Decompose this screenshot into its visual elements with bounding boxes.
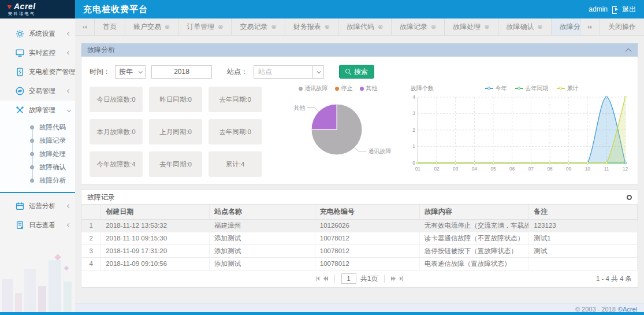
close-icon[interactable] bbox=[218, 24, 223, 30]
table-header-row: 创建日期 站点名称 充电枪编号 故障内容 备注 bbox=[81, 205, 638, 219]
column-header-station[interactable]: 站点名称 bbox=[209, 205, 315, 219]
pie-legend-item[interactable]: 其他 bbox=[360, 84, 378, 92]
chevron-left-icon bbox=[67, 204, 71, 208]
sidebar-item-label: 故障管理 bbox=[29, 106, 63, 114]
sidebar-item-fault-management[interactable]: 故障管理 bbox=[0, 101, 75, 120]
sidebar-item-pile-assets[interactable]: 充电桩资产管理 bbox=[0, 62, 75, 81]
grid-settings-icon[interactable] bbox=[627, 195, 632, 200]
sidebar-item-transactions[interactable]: 交易管理 bbox=[0, 81, 75, 101]
sidebar-item-label: 运营分析 bbox=[29, 202, 63, 210]
svg-text:3: 3 bbox=[412, 110, 415, 116]
table-row[interactable]: 1 2018-11-12 13:53:32 福建漳州 10126026 无有效电… bbox=[81, 219, 638, 232]
line-chart-title: 故障个数 bbox=[411, 84, 434, 92]
site-dropdown-button[interactable] bbox=[312, 65, 324, 79]
monitor-icon bbox=[16, 49, 24, 57]
tab-order-manage[interactable]: 订单管理 bbox=[178, 18, 232, 35]
tabs-scroll-right-button[interactable] bbox=[580, 18, 600, 35]
tab-fault-handle[interactable]: 故障处理 bbox=[445, 18, 498, 35]
search-button[interactable]: 搜索 bbox=[339, 65, 374, 79]
table-row[interactable]: 2 2018-11-10 09:15:30 添加测试 10078012 读卡器通… bbox=[81, 232, 638, 244]
table-row[interactable]: 4 2018-11-09 09:10:56 添加测试 10078012 电表通信… bbox=[81, 257, 638, 270]
svg-text:03: 03 bbox=[453, 166, 458, 172]
pager-separator bbox=[334, 275, 335, 283]
close-icon[interactable] bbox=[538, 24, 543, 30]
sidebar-subitem-label: 故障确认 bbox=[39, 163, 66, 172]
sidebar-subitem-fault-analysis[interactable]: 故障分析 bbox=[0, 174, 75, 187]
sidebar-item-system-settings[interactable]: 系统设置 bbox=[0, 24, 75, 43]
cell-gun-number: 10078012 bbox=[315, 244, 419, 257]
pager-next-button[interactable] bbox=[391, 276, 396, 281]
cell-station: 福建漳州 bbox=[209, 219, 315, 232]
tab-fault-analysis[interactable]: 故障分析 bbox=[552, 18, 580, 35]
year-input[interactable] bbox=[151, 65, 212, 79]
svg-text:05: 05 bbox=[490, 166, 496, 172]
double-left-arrow-icon bbox=[85, 25, 87, 29]
line-legend-item[interactable]: 累计 bbox=[557, 84, 579, 92]
sidebar-subitem-fault-record[interactable]: 故障记录 bbox=[0, 134, 75, 147]
sidebar-item-log-view[interactable]: 日志查看 bbox=[0, 216, 75, 235]
sidebar-item-realtime-monitor[interactable]: 实时监控 bbox=[0, 43, 75, 62]
page-number-input[interactable] bbox=[341, 273, 356, 284]
cell-create-date: 2018-11-09 09:10:56 bbox=[101, 257, 210, 270]
close-icon[interactable] bbox=[378, 24, 383, 30]
panel-header: 故障分析 bbox=[81, 43, 638, 57]
collapse-chevron-icon[interactable] bbox=[625, 48, 631, 54]
legend-label: 今年 bbox=[496, 84, 507, 92]
pie-legend-item[interactable]: 通讯故障 bbox=[299, 84, 328, 92]
tab-finance-report[interactable]: 财务报表 bbox=[285, 18, 338, 35]
column-header-create-date[interactable]: 创建日期 bbox=[101, 205, 210, 219]
pie-legend-item[interactable]: 停止 bbox=[335, 84, 353, 92]
pager-last-button[interactable] bbox=[400, 276, 403, 281]
line-legend-item[interactable]: 去年同期 bbox=[515, 84, 549, 92]
pager-first-button[interactable] bbox=[317, 276, 319, 281]
filter-row: 时间： 按年 站点： 搜索 bbox=[90, 65, 630, 79]
column-header-remark[interactable]: 备注 bbox=[529, 205, 638, 219]
tab-fault-code[interactable]: 故障代码 bbox=[338, 18, 392, 35]
sidebar-subitem-label: 故障代码 bbox=[39, 123, 66, 132]
double-right-arrow-icon bbox=[588, 25, 590, 29]
close-icon[interactable] bbox=[325, 24, 330, 30]
sidebar-item-operation-analysis[interactable]: 运营分析 bbox=[0, 197, 75, 216]
tab-list: 首页 账户交易 订单管理 交易记录 财务报表 故障代码 故障记录 故障处理 故障… bbox=[95, 18, 580, 35]
transaction-icon bbox=[16, 87, 24, 95]
time-type-select[interactable]: 按年 bbox=[115, 65, 146, 79]
sidebar-subitem-fault-handle[interactable]: 故障处理 bbox=[0, 147, 75, 161]
close-icon[interactable] bbox=[484, 24, 489, 30]
stat-box-lastyear-day: 去年同期:0 bbox=[209, 87, 262, 112]
tab-label: 故障确认 bbox=[507, 22, 534, 32]
column-header-index[interactable] bbox=[81, 205, 101, 219]
stat-box-today: 今日故障数:0 bbox=[90, 87, 143, 112]
sidebar-group-fault-management: 故障管理 故障代码 故障记录 故障处理 故障确认 故障分析 bbox=[0, 101, 75, 193]
close-icon[interactable] bbox=[165, 24, 170, 30]
tab-label: 订单管理 bbox=[187, 22, 214, 32]
svg-text:12: 12 bbox=[623, 166, 628, 172]
bullet-icon bbox=[30, 179, 34, 183]
table-row[interactable]: 3 2018-11-09 17:31:20 添加测试 10078012 急停按钮… bbox=[81, 244, 638, 257]
legend-dot-icon bbox=[299, 87, 303, 91]
tab-home[interactable]: 首页 bbox=[95, 18, 125, 35]
column-header-gun-number[interactable]: 充电枪编号 bbox=[315, 205, 419, 219]
tabs-scroll-left-button[interactable] bbox=[75, 18, 95, 35]
site-input[interactable] bbox=[254, 65, 312, 79]
bottom-accent-strip bbox=[0, 312, 644, 315]
pager-prev-button[interactable] bbox=[323, 276, 328, 281]
tab-label: 故障分析 bbox=[560, 22, 580, 32]
close-icon[interactable] bbox=[271, 24, 276, 30]
close-icon[interactable] bbox=[431, 24, 436, 30]
line-legend-item[interactable]: 今年 bbox=[485, 84, 507, 92]
sidebar-subitem-fault-code[interactable]: 故障代码 bbox=[0, 121, 75, 134]
tab-label: 故障记录 bbox=[400, 22, 427, 32]
record-range-label: 1 - 4 共 4 条 bbox=[596, 275, 632, 283]
search-icon bbox=[345, 69, 351, 75]
tab-trade-record[interactable]: 交易记录 bbox=[232, 18, 285, 35]
tab-fault-record[interactable]: 故障记录 bbox=[392, 18, 445, 35]
tab-label: 故障代码 bbox=[347, 22, 374, 32]
tab-fault-confirm[interactable]: 故障确认 bbox=[498, 18, 552, 35]
tab-account-trade[interactable]: 账户交易 bbox=[125, 18, 178, 35]
logout-button[interactable]: 退出 bbox=[612, 5, 636, 14]
cell-index: 2 bbox=[81, 232, 101, 244]
sidebar-subitem-fault-confirm[interactable]: 故障确认 bbox=[0, 161, 75, 174]
column-header-fault-content[interactable]: 故障内容 bbox=[419, 205, 529, 219]
cell-remark: 123123 bbox=[529, 219, 638, 232]
close-operations-button[interactable]: 关闭操作 bbox=[600, 18, 644, 35]
